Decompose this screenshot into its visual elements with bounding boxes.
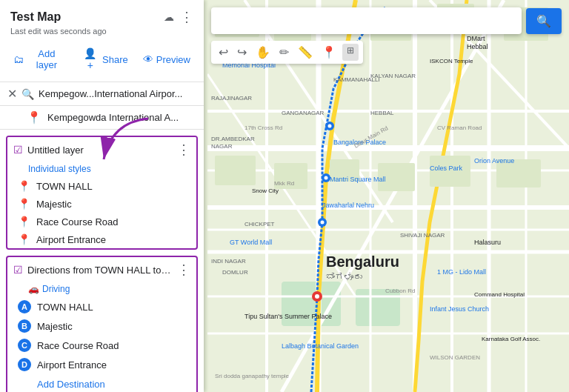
toolbar: 🗂 Add layer 👤+ Share 👁 Preview <box>10 41 193 76</box>
location-pin-majestic-icon: 📍 <box>18 198 30 210</box>
zoom-control[interactable]: ⊞ <box>342 44 359 61</box>
layer-item-race-text: Race Course Road <box>36 216 119 227</box>
sidebar-header: Test Map ☁ ⋮ Last edit was seconds ago 🗂… <box>0 0 204 82</box>
header-top: Test Map ☁ ⋮ <box>10 9 193 25</box>
map-search-button[interactable]: 🔍 <box>526 8 562 34</box>
svg-point-41 <box>328 124 332 128</box>
individual-styles-label[interactable]: Individual styles <box>7 162 196 177</box>
svg-text:DMart: DMart <box>467 35 485 42</box>
undo-icon[interactable]: ↩ <box>216 44 231 61</box>
svg-text:Jawaharlal Nehru: Jawaharlal Nehru <box>322 202 374 209</box>
svg-text:Halasuru: Halasuru <box>474 239 501 246</box>
svg-text:SHIVAJI NAGAR: SHIVAJI NAGAR <box>400 232 445 239</box>
map-search-input[interactable] <box>217 15 516 27</box>
add-destination-button[interactable]: Add Destination <box>7 374 196 392</box>
add-layer-button[interactable]: 🗂 Add layer <box>10 47 70 72</box>
waypoint-d-text: Airport Entrance <box>37 359 107 371</box>
layer-item-airport-entrance[interactable]: 📍 Airport Entrance <box>7 230 196 248</box>
untitled-layer-menu-icon[interactable]: ⋮ <box>177 142 190 158</box>
map-top-bar: 🔍 <box>211 7 562 34</box>
svg-text:ಬೆಂಗಳೂರು: ಬೆಂಗಳೂರು <box>326 272 362 282</box>
svg-text:Mantri Square Mall: Mantri Square Mall <box>330 176 386 183</box>
directions-header: ☑ Directions from TOWN HALL to Ai... ⋮ <box>7 257 196 282</box>
svg-text:Hebbal: Hebbal <box>467 43 488 50</box>
layer-item-airport-text: Airport Entrance <box>36 234 106 245</box>
svg-text:Orion Avenue: Orion Avenue <box>474 157 514 165</box>
svg-text:ISKCON Temple: ISKCON Temple <box>430 58 473 64</box>
location-pin-airport-icon: 📍 <box>18 233 30 245</box>
svg-text:GT World Mall: GT World Mall <box>230 239 272 246</box>
svg-point-35 <box>315 294 319 299</box>
pan-icon[interactable]: ✋ <box>253 44 273 61</box>
waypoint-d-circle: D <box>18 358 31 371</box>
layer-item-townhall-text: TOWN HALL <box>36 181 93 192</box>
svg-text:17th Cross Rd: 17th Cross Rd <box>244 124 282 131</box>
svg-text:Lalbagh Botanical Garden: Lalbagh Botanical Garden <box>282 342 359 350</box>
waypoint-b[interactable]: B Majestic <box>7 316 196 336</box>
svg-text:Sri dodda ganapathy temple: Sri dodda ganapathy temple <box>215 373 290 379</box>
car-icon: 🚗 <box>28 284 39 294</box>
layer-item-majestic-text: Majestic <box>36 199 72 210</box>
share-icon: 👤+ <box>81 47 99 71</box>
search-close-icon[interactable]: ✕ <box>7 87 17 101</box>
location-pin-townhall-icon: 📍 <box>18 180 30 192</box>
preview-button[interactable]: 👁 Preview <box>140 52 193 67</box>
untitled-layer-title: Untitled layer <box>27 144 173 156</box>
svg-text:1 MG - Lido Mall: 1 MG - Lido Mall <box>437 268 486 276</box>
directions-menu-icon[interactable]: ⋮ <box>177 262 190 278</box>
layer-item-race-course[interactable]: 📍 Race Course Road <box>7 213 196 230</box>
svg-text:DR.AMBEDKAR: DR.AMBEDKAR <box>211 136 255 142</box>
svg-text:KAMMANAHALLI: KAMMANAHALLI <box>333 76 380 83</box>
waypoint-a-text: TOWN HALL <box>37 302 93 313</box>
layers-container: ☑ Untitled layer ⋮ Individual styles 📍 T… <box>0 130 204 392</box>
untitled-layer-section: ☑ Untitled layer ⋮ Individual styles 📍 T… <box>6 136 198 250</box>
cloud-icon: ☁ <box>164 11 174 23</box>
waypoint-c[interactable]: C Race Course Road <box>7 336 196 355</box>
preview-icon: 👁 <box>143 53 153 65</box>
sidebar: Test Map ☁ ⋮ Last edit was seconds ago 🗂… <box>0 0 204 392</box>
header-menu-icon[interactable]: ⋮ <box>180 9 193 25</box>
svg-text:Command Hospital: Command Hospital <box>474 291 525 298</box>
measure-icon[interactable]: 📏 <box>295 44 316 61</box>
svg-text:WILSON GARDEN: WILSON GARDEN <box>430 354 480 361</box>
location-pin-race-icon: 📍 <box>18 216 30 227</box>
svg-text:Karnataka Golf Assoc.: Karnataka Golf Assoc. <box>482 336 540 342</box>
layer-item-majestic[interactable]: 📍 Majestic <box>7 195 196 213</box>
svg-text:Mkk Rd: Mkk Rd <box>274 180 294 187</box>
svg-text:INDI NAGAR: INDI NAGAR <box>211 258 246 265</box>
search-suggestion-text: Kempegowda International A... <box>47 112 179 123</box>
svg-text:GANGANAGAR: GANGANAGAR <box>282 110 325 116</box>
map-search-box[interactable] <box>211 7 522 34</box>
redo-icon[interactable]: ↪ <box>234 44 250 61</box>
last-edit-text: Last edit was seconds ago <box>10 27 193 36</box>
share-button[interactable]: 👤+ Share <box>79 46 131 73</box>
search-suggestion[interactable]: 📍 Kempegowda International A... <box>0 106 204 130</box>
driving-label: 🚗 Driving <box>7 282 196 297</box>
svg-text:NAGAR: NAGAR <box>211 143 233 150</box>
svg-text:Bengaluru: Bengaluru <box>326 253 399 270</box>
svg-text:DOMLUR: DOMLUR <box>222 269 248 276</box>
svg-rect-2 <box>356 289 400 326</box>
add-layer-icon: 🗂 <box>13 53 24 65</box>
svg-text:CV Raman Road: CV Raman Road <box>437 124 482 131</box>
svg-point-39 <box>325 176 328 180</box>
map-title: Test Map <box>10 10 61 24</box>
waypoint-d[interactable]: D Airport Entrance <box>7 355 196 374</box>
waypoint-b-circle: B <box>18 319 31 333</box>
waypoint-a-circle: A <box>18 300 31 313</box>
waypoint-c-circle: C <box>18 339 31 352</box>
draw-icon[interactable]: ✏ <box>276 44 292 61</box>
svg-text:Snow City: Snow City <box>252 187 279 194</box>
svg-text:Coles Park: Coles Park <box>430 165 463 172</box>
layer-item-townhall[interactable]: 📍 TOWN HALL <box>7 177 196 195</box>
directions-section: ☑ Directions from TOWN HALL to Ai... ⋮ 🚗… <box>6 256 198 392</box>
untitled-layer-header: ☑ Untitled layer ⋮ <box>7 137 196 162</box>
marker-icon[interactable]: 📍 <box>319 44 339 61</box>
waypoint-a[interactable]: A TOWN HALL <box>7 297 196 316</box>
svg-text:Cubbon Rd: Cubbon Rd <box>385 288 415 294</box>
waypoint-c-text: Race Course Road <box>37 340 119 351</box>
svg-point-37 <box>321 221 325 225</box>
layer-checkbox-icon[interactable]: ☑ <box>13 144 23 156</box>
directions-checkbox-icon[interactable]: ☑ <box>13 264 23 276</box>
directions-title: Directions from TOWN HALL to Ai... <box>27 265 173 276</box>
